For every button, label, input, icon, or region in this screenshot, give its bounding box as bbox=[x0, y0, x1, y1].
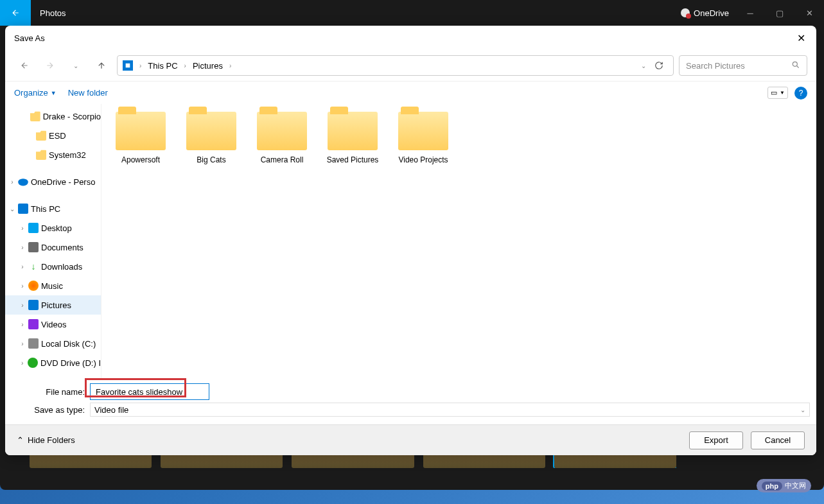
refresh-icon bbox=[654, 61, 663, 70]
folder-icon bbox=[30, 111, 40, 121]
folder-label: Camera Roll bbox=[261, 155, 304, 164]
nav-tree-item[interactable]: ⌄This PC bbox=[5, 199, 101, 218]
nav-tree-item[interactable]: System32 bbox=[5, 145, 101, 164]
chevron-down-icon[interactable]: ⌄ bbox=[641, 62, 646, 69]
cancel-button[interactable]: Cancel bbox=[751, 431, 805, 449]
breadcrumb-current[interactable]: Pictures bbox=[193, 61, 223, 71]
nav-recent-button[interactable]: ⌄ bbox=[66, 55, 86, 76]
tree-item-label: Downloads bbox=[41, 262, 82, 272]
desktop-icon bbox=[28, 223, 39, 233]
dialog-title: Save As bbox=[14, 33, 45, 43]
close-button[interactable]: ✕ bbox=[794, 0, 824, 26]
maximize-button[interactable]: ▢ bbox=[765, 0, 794, 26]
dialog-close-button[interactable]: ✕ bbox=[791, 28, 811, 48]
input-section: File name: Save as type: Video file ⌄ bbox=[5, 378, 816, 424]
tree-item-label: OneDrive - Perso bbox=[31, 177, 95, 187]
photos-titlebar: Photos OneDrive ─ ▢ ✕ bbox=[0, 0, 824, 26]
view-selector[interactable]: ▭ ▼ bbox=[767, 87, 788, 99]
nav-tree-item[interactable]: ESD bbox=[5, 126, 101, 145]
docs-icon bbox=[28, 242, 39, 252]
type-select[interactable]: Video file ⌄ bbox=[90, 403, 810, 417]
view-icon: ▭ bbox=[771, 89, 777, 97]
dvd-icon bbox=[28, 358, 38, 368]
tree-item-label: Documents bbox=[41, 243, 83, 252]
save-as-dialog: Save As ✕ ⌄ › This PC › Pictures › ⌄ bbox=[5, 26, 816, 455]
chevron-up-icon: ⌃ bbox=[17, 435, 24, 445]
filename-label: File name: bbox=[12, 387, 90, 397]
address-bar[interactable]: › This PC › Pictures › ⌄ bbox=[117, 55, 674, 76]
filename-input[interactable] bbox=[90, 383, 209, 400]
vid-icon bbox=[28, 319, 39, 329]
tree-item-label: ESD bbox=[49, 131, 66, 141]
button-bar: ⌃ Hide Folders Export Cancel bbox=[5, 424, 816, 455]
chevron-right-icon: › bbox=[182, 62, 189, 69]
tree-item-label: Drake - Scorpio bbox=[43, 112, 101, 121]
folder-icon bbox=[328, 112, 378, 150]
nav-tree-item[interactable]: ›Desktop bbox=[5, 218, 101, 238]
nav-tree-item[interactable]: ›DVD Drive (D:) I bbox=[5, 353, 101, 372]
tree-caret-icon: › bbox=[19, 321, 26, 328]
help-button[interactable]: ? bbox=[794, 87, 807, 100]
search-box[interactable]: Search Pictures bbox=[679, 55, 807, 76]
new-folder-button[interactable]: New folder bbox=[68, 88, 108, 98]
folder-icon bbox=[116, 112, 166, 150]
back-button[interactable] bbox=[0, 0, 31, 26]
nav-tree-item[interactable]: ›Videos bbox=[5, 315, 101, 334]
refresh-button[interactable] bbox=[650, 56, 668, 74]
disk-icon bbox=[28, 338, 39, 349]
tree-item-label: Desktop bbox=[41, 223, 72, 233]
nav-tree-item[interactable]: ›Music bbox=[5, 276, 101, 295]
nav-tree-item[interactable]: ›Local Disk (C:) bbox=[5, 334, 101, 353]
nav-tree-item[interactable]: ›↓Downloads bbox=[5, 257, 101, 276]
folder-icon bbox=[257, 112, 307, 150]
onedrive-indicator[interactable]: OneDrive bbox=[674, 8, 735, 18]
folder-label: Apowersoft bbox=[121, 155, 160, 164]
organize-button[interactable]: Organize ▼ bbox=[14, 88, 57, 98]
nav-tree-item[interactable]: ›OneDrive - Perso bbox=[5, 172, 101, 191]
tree-caret-icon: › bbox=[19, 263, 26, 270]
search-placeholder: Search Pictures bbox=[686, 61, 745, 71]
chevron-right-icon: › bbox=[137, 62, 144, 69]
onedrive-icon bbox=[18, 177, 28, 187]
folder-tile[interactable]: Video Projects bbox=[396, 112, 451, 164]
nav-forward-button[interactable] bbox=[40, 55, 60, 76]
tree-caret-icon: ⌄ bbox=[9, 205, 15, 213]
nav-tree-item[interactable]: ›Documents bbox=[5, 238, 101, 257]
tree-caret-icon: › bbox=[19, 244, 26, 251]
tree-item-label: Music bbox=[41, 281, 63, 291]
search-icon bbox=[791, 60, 800, 71]
nav-tree-item[interactable]: ›Pictures bbox=[5, 295, 101, 315]
tree-item-label: This PC bbox=[31, 204, 60, 214]
tree-caret-icon: › bbox=[19, 360, 25, 367]
nav-tree-item[interactable]: Drake - Scorpio bbox=[5, 107, 101, 126]
nav-back-button[interactable] bbox=[14, 55, 35, 76]
tree-caret-icon: › bbox=[9, 178, 15, 186]
folder-icon bbox=[186, 112, 236, 150]
breadcrumb-root[interactable]: This PC bbox=[148, 61, 177, 71]
export-button[interactable]: Export bbox=[689, 431, 743, 449]
svg-point-0 bbox=[793, 62, 797, 66]
window-controls: ─ ▢ ✕ bbox=[735, 0, 824, 26]
explorer-body: Drake - ScorpioESDSystem32›OneDrive - Pe… bbox=[5, 104, 816, 378]
nav-row: ⌄ › This PC › Pictures › ⌄ Search Pictur… bbox=[5, 50, 816, 81]
folder-tile[interactable]: Saved Pictures bbox=[325, 112, 380, 164]
chevron-down-icon: ⌄ bbox=[73, 62, 78, 69]
folder-tile[interactable]: Apowersoft bbox=[113, 112, 168, 164]
folder-tile[interactable]: Big Cats bbox=[184, 112, 239, 164]
tree-item-label: Local Disk (C:) bbox=[41, 339, 96, 349]
dl-icon: ↓ bbox=[28, 261, 39, 272]
tree-item-label: System32 bbox=[49, 150, 86, 160]
type-value: Video file bbox=[94, 405, 128, 415]
type-label: Save as type: bbox=[12, 405, 90, 415]
chevron-down-icon: ▼ bbox=[780, 90, 785, 96]
pictures-icon bbox=[123, 60, 133, 71]
nav-tree: Drake - ScorpioESDSystem32›OneDrive - Pe… bbox=[5, 104, 101, 378]
nav-up-button[interactable] bbox=[91, 55, 112, 76]
hide-folders-button[interactable]: ⌃ Hide Folders bbox=[17, 435, 75, 445]
folder-content[interactable]: ApowersoftBig CatsCamera RollSaved Pictu… bbox=[101, 104, 816, 378]
pic-icon bbox=[28, 300, 39, 310]
onedrive-icon bbox=[681, 8, 690, 17]
minimize-button[interactable]: ─ bbox=[735, 0, 765, 26]
arrow-right-icon bbox=[46, 61, 55, 70]
folder-tile[interactable]: Camera Roll bbox=[254, 112, 310, 164]
